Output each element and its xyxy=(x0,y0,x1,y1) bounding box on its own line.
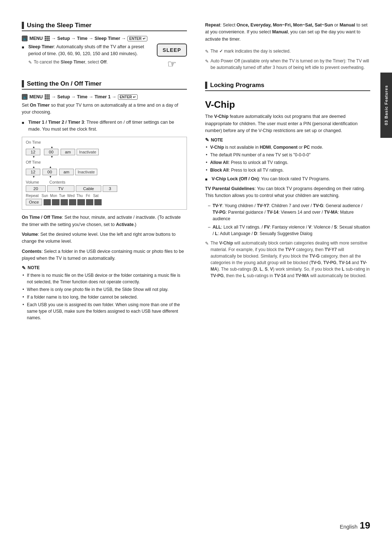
on-off-para1: On Time / Off Time: Set the hour, minute… xyxy=(22,214,187,228)
off-status-cell: Inactivate xyxy=(75,169,97,175)
vchip-pencil-text: The V-Chip will automatically block cert… xyxy=(211,240,370,279)
sleep-timer-body: SLEEP ☞ ■ Sleep Timer: Automatically shu… xyxy=(22,44,187,70)
vchip-note-3: Allow All: Press to unlock all TV rating… xyxy=(205,159,370,166)
on-off-notes-list: If there is no music file on the USB dev… xyxy=(22,272,187,321)
repeat-label: Repeat xyxy=(26,193,38,198)
section-bar xyxy=(22,22,24,29)
off-time-label-row: Off Time xyxy=(26,160,183,164)
pencil-icon2: ✎ xyxy=(205,48,209,55)
cable-val-cell: Cable xyxy=(76,185,101,192)
locking-programs-section: Locking Programs xyxy=(205,82,370,95)
left-column: Using the Sleep Timer 📺 MENU → Setup → T… xyxy=(22,22,187,491)
on-off-timer-section: Setting the On / Off Timer 📺 MENU → Setu… xyxy=(22,80,187,323)
on-off-body1: Set On Timer so that your TV turns on au… xyxy=(22,102,187,116)
vchip-lock-bullet: ■ V-Chip Lock (Off / On): You can block … xyxy=(205,176,370,182)
locking-programs-header: Locking Programs xyxy=(205,82,370,91)
on-off-timer-header: Setting the On / Off Timer xyxy=(22,80,187,90)
day-sun xyxy=(44,199,51,205)
vchip-title: V-Chip xyxy=(205,99,370,110)
check-note-text: The ✓ mark indicates the day is selected… xyxy=(211,48,291,54)
auto-power-text: Auto Power Off (available only when the … xyxy=(211,58,370,71)
menu-tv-icon: 📺 xyxy=(22,36,28,41)
day-sat xyxy=(94,199,102,205)
once-cell: Once xyxy=(26,199,42,205)
note-item-1: If there is no music file on the USB dev… xyxy=(22,272,187,285)
sleep-timer-title: Using the Sleep Timer xyxy=(27,22,91,29)
volume-val-cell: 20 xyxy=(26,185,46,192)
days-row xyxy=(44,199,102,205)
contents-label: Contents xyxy=(49,180,65,184)
vchip-dash-2: – ALL: Lock all TV ratings. / FV: Fantas… xyxy=(205,224,370,237)
page-number: 19 xyxy=(360,520,370,531)
vchip-note-header-text: NOTE xyxy=(211,137,223,143)
repeat-note-text: Repeat: Select Once, Everyday, Mon~Fri, … xyxy=(205,22,370,43)
tv-val-cell: TV xyxy=(47,185,74,192)
dash-icon1: – xyxy=(208,202,211,209)
section-label: Basic Features xyxy=(384,85,388,119)
on-off-para2: Volume: Set the desired volume level. Us… xyxy=(22,231,187,245)
on-time-label: On Time xyxy=(26,140,41,144)
bullet-sq3: ■ xyxy=(205,176,210,182)
section-bar2 xyxy=(22,80,24,87)
vchip-notes-list: V-Chip is not available in HDMI, Compone… xyxy=(205,144,370,173)
vchip-intro: The V-Chip feature automatically locks o… xyxy=(205,113,370,134)
vchip-note-4: Block All: Press to lock all TV ratings. xyxy=(205,167,370,173)
on-min-cell: 00 xyxy=(44,149,58,155)
section-bar3 xyxy=(205,82,207,89)
vchip-note-pencil-icon: ✎ xyxy=(205,137,209,143)
repeat-row: Once xyxy=(26,199,183,205)
sleep-timer-menu-path: 📺 MENU → Setup → Time → Sleep Timer → EN… xyxy=(22,36,187,41)
timer-bullet: ■ Timer 1 / Timer 2 / Timer 3: Three dif… xyxy=(22,119,187,133)
on-off-timer-menu-path: 📺 MENU → Setup → Time → Timer 1 → ENTER … xyxy=(22,94,187,100)
on-hour-cell: 12 xyxy=(26,149,40,155)
on-ampm-cell: am xyxy=(61,149,75,155)
vchip-lock-text: V-Chip Lock (Off / On): You can block ra… xyxy=(212,176,330,182)
day-thu xyxy=(77,199,85,205)
arrow-setup: → Setup → Time → Sleep Timer → xyxy=(52,36,126,41)
vchip-note-2: The default PIN number of a new TV set i… xyxy=(205,152,370,158)
pencil-icon3: ✎ xyxy=(205,58,209,65)
note-item-4: Each USB you use is assigned its own fol… xyxy=(22,301,187,321)
sleep-timer-header: Using the Sleep Timer xyxy=(22,22,187,31)
off-hour-cell: 12 xyxy=(26,169,40,175)
sleep-box-wrap: SLEEP ☞ xyxy=(157,44,187,70)
on-status-cell: Inactivate xyxy=(77,149,99,155)
off-min-cell: 00 xyxy=(42,169,57,175)
note-item-2: When there is only one photo file in the… xyxy=(22,286,187,293)
menu-label2: MENU xyxy=(29,94,43,99)
sleep-body-text: Sleep Timer: Automatically shuts off the… xyxy=(28,44,153,57)
vchip-dash-text-2: ALL: Lock all TV ratings. / FV: Fantasy … xyxy=(213,224,370,237)
two-column-layout: Using the Sleep Timer 📺 MENU → Setup → T… xyxy=(22,22,370,491)
on-time-row: ▲ 12 ▼ ▲ 00 ▼ am Inactivate xyxy=(26,145,183,159)
menu-grid xyxy=(44,36,51,41)
on-time-label-row: On Time xyxy=(26,140,183,144)
vchip-dash-text-1: TV-Y: Young children / TV-Y7: Children 7… xyxy=(213,202,370,222)
bullet-sq: ■ xyxy=(22,44,27,50)
pencil-icon4: ✎ xyxy=(205,240,209,247)
enter-box2: ENTER ↵ xyxy=(118,94,138,100)
vol-contents-row: 20 TV Cable 3 xyxy=(26,185,183,192)
vchip-note-1: V-Chip is not available in HDMI, Compone… xyxy=(205,144,370,151)
spacer2 xyxy=(205,74,370,82)
on-off-timer-title: Setting the On / Off Timer xyxy=(27,80,102,87)
day-fri xyxy=(86,199,93,205)
vchip-dash-1: – TV-Y: Young children / TV-Y7: Children… xyxy=(205,202,370,222)
menu-grid2 xyxy=(44,94,51,100)
day-wed xyxy=(69,199,76,205)
off-time-row: ▲ 12 ▼ ▲ 00 ▼ am Inactivate xyxy=(26,165,183,178)
on-off-para3: Contents: Select a folder in the USB dev… xyxy=(22,248,187,262)
timer-bullet-text: Timer 1 / Timer 2 / Timer 3: Three diffe… xyxy=(28,119,187,133)
volume-label: Volume xyxy=(26,180,49,184)
vchip-note-header: ✎ NOTE xyxy=(205,137,370,143)
bullet-sq2: ■ xyxy=(22,120,27,126)
sleep-note-text: To cancel the Sleep Timer, select Off. xyxy=(34,59,108,65)
check-note: ✎ The ✓ mark indicates the day is select… xyxy=(205,48,370,55)
sleep-label: SLEEP xyxy=(163,47,181,53)
off-ampm-cell: am xyxy=(59,169,74,175)
arrow-timer: → Setup → Time → Timer 1 → xyxy=(52,94,117,99)
vchip-section: V-Chip The V-Chip feature automatically … xyxy=(205,95,370,280)
page-container: 03 Basic Features Using the Sleep Timer … xyxy=(0,0,392,542)
timer-table: On Time ▲ 12 ▼ ▲ 00 ▼ xyxy=(22,137,187,210)
day-mon xyxy=(52,199,59,205)
on-off-note-section: ✎ NOTE If there is no music file on the … xyxy=(22,265,187,321)
